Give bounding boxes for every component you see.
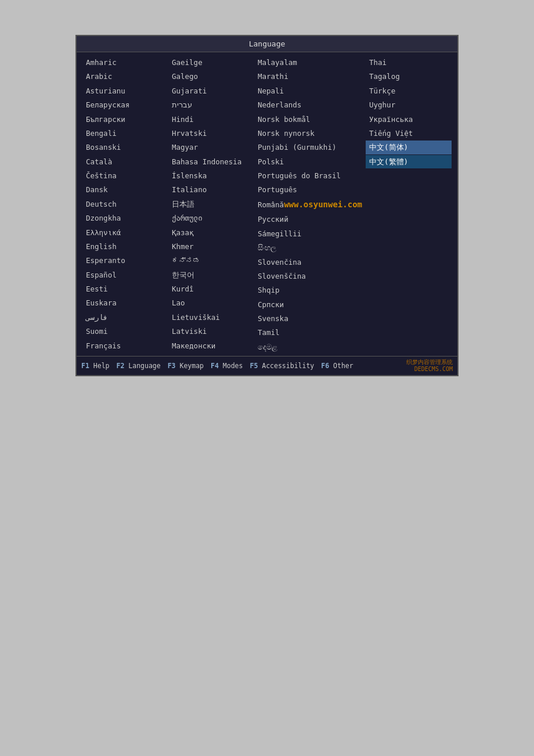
dialog-title: Language: [77, 36, 457, 52]
lang-serbian[interactable]: Српски: [254, 298, 366, 311]
lang-eesti[interactable]: Eesti: [82, 282, 168, 296]
lang-uyghur[interactable]: Uyghur: [366, 98, 452, 111]
lang-thai[interactable]: Thai: [366, 56, 452, 69]
lang-romanian[interactable]: Românăwww.osyunwei.com: [254, 197, 366, 213]
lang-kazakh[interactable]: Қазақ: [168, 226, 254, 239]
lang-tagalog[interactable]: Tagalog: [366, 70, 452, 83]
lang-lao[interactable]: Lao: [168, 296, 254, 309]
lang-dzongkha[interactable]: Dzongkha: [82, 211, 168, 225]
f5-label: Accessibility: [262, 362, 314, 370]
lang-islenska[interactable]: Íslenska: [168, 169, 254, 182]
lang-dutch[interactable]: Nederlands: [254, 98, 366, 111]
lang-gujarati[interactable]: Gujarati: [168, 84, 254, 98]
footer-watermark: 织梦内容管理系统 DEDECMS.COM: [406, 359, 453, 373]
lang-nepali[interactable]: Nepali: [254, 84, 366, 98]
lang-malayalam[interactable]: Malayalam: [254, 56, 366, 69]
lang-turkish[interactable]: Türkçe: [366, 84, 452, 98]
lang-sami[interactable]: Sámegillii: [254, 227, 366, 240]
lang-zh-tw[interactable]: 中文(繁體): [366, 155, 452, 168]
lang-pt-br[interactable]: Português do Brasil: [254, 169, 366, 182]
f2-key: F2: [117, 362, 125, 370]
lang-english[interactable]: English: [82, 240, 168, 253]
lang-greek[interactable]: Ελληνικά: [82, 226, 168, 239]
language-grid: Amharic Arabic Asturianu Беларуская Бълг…: [82, 56, 452, 354]
lang-italiano[interactable]: Italiano: [168, 183, 254, 196]
f3-label: Keymap: [179, 362, 204, 370]
lang-vietnamese[interactable]: Tiếng Việt: [366, 127, 452, 140]
lang-lithuanian[interactable]: Lietuviškai: [168, 311, 254, 324]
lang-cestina[interactable]: Čeština: [82, 169, 168, 182]
lang-asturianu[interactable]: Asturianu: [82, 84, 168, 98]
lang-dansk[interactable]: Dansk: [82, 183, 168, 196]
lang-punjabi[interactable]: Punjabi (Gurmukhi): [254, 141, 366, 154]
lang-swedish[interactable]: Svenska: [254, 312, 366, 325]
lang-col-3: Malayalam Marathi Nepali Nederlands Nors…: [254, 56, 366, 354]
lang-gaeilge[interactable]: Gaeilge: [168, 56, 254, 69]
f5-key: F5: [250, 362, 258, 370]
lang-col-2: Gaeilge Galego Gujarati עברית Hindi Hrva…: [168, 56, 254, 354]
lang-georgian[interactable]: ქართული: [168, 211, 254, 225]
lang-amharic[interactable]: Amharic: [82, 56, 168, 69]
lang-zh-cn[interactable]: 中文(简体): [366, 141, 452, 154]
lang-indonesian[interactable]: Bahasa Indonesia: [168, 155, 254, 168]
lang-nn[interactable]: Norsk nynorsk: [254, 127, 366, 140]
footer-f4[interactable]: F4 Modes: [211, 362, 243, 370]
lang-polish[interactable]: Polski: [254, 155, 366, 168]
lang-russian[interactable]: Русский: [254, 213, 366, 226]
lang-portuguese[interactable]: Português: [254, 183, 366, 196]
lang-col-4: Thai Tagalog Türkçe Uyghur Українська Ti…: [366, 56, 452, 354]
lang-sinhala[interactable]: සිංහල: [254, 241, 366, 254]
lang-bulgarian[interactable]: Български: [82, 113, 168, 126]
lang-latvian[interactable]: Latviski: [168, 325, 254, 338]
footer-f6[interactable]: F6 Other: [321, 362, 353, 370]
lang-magyar[interactable]: Magyar: [168, 141, 254, 154]
lang-kurdi[interactable]: Kurdî: [168, 282, 254, 296]
lang-korean[interactable]: 한국어: [168, 268, 254, 282]
lang-albanian[interactable]: Shqip: [254, 283, 366, 297]
lang-deutsch[interactable]: Deutsch: [82, 197, 168, 211]
f2-label: Language: [128, 362, 160, 370]
footer-f5[interactable]: F5 Accessibility: [250, 362, 314, 370]
lang-slovenian[interactable]: Slovenščina: [254, 269, 366, 283]
lang-catala[interactable]: Català: [82, 155, 168, 168]
lang-galego[interactable]: Galego: [168, 70, 254, 83]
f6-label: Other: [333, 362, 353, 370]
footer-f2[interactable]: F2 Language: [117, 362, 161, 370]
lang-francais[interactable]: Français: [82, 339, 168, 352]
lang-espanol[interactable]: Español: [82, 268, 168, 282]
footer-f1[interactable]: F1 Help: [81, 362, 110, 370]
lang-slovak[interactable]: Slovenčina: [254, 255, 366, 269]
language-dialog: Language Amharic Arabic Asturianu Белару…: [75, 35, 459, 376]
lang-euskara[interactable]: Euskara: [82, 296, 168, 309]
lang-suomi[interactable]: Suomi: [82, 325, 168, 338]
watermark-text: www.osyunwei.com: [284, 199, 362, 211]
lang-marathi[interactable]: Marathi: [254, 70, 366, 83]
lang-bosanski[interactable]: Bosanski: [82, 141, 168, 154]
f3-key: F3: [168, 362, 176, 370]
f4-key: F4: [211, 362, 219, 370]
lang-bengali[interactable]: Bengali: [82, 127, 168, 140]
lang-hebrew[interactable]: עברית: [168, 98, 254, 111]
lang-japanese[interactable]: 日本語: [168, 197, 254, 211]
lang-tamil2[interactable]: දෙමළ: [254, 340, 366, 354]
f6-key: F6: [321, 362, 329, 370]
f1-label: Help: [93, 362, 110, 370]
lang-khmer[interactable]: Khmer: [168, 240, 254, 253]
lang-nb[interactable]: Norsk bokmål: [254, 113, 366, 126]
lang-arabic[interactable]: Arabic: [82, 70, 168, 83]
footer-bar: F1 Help F2 Language F3 Keymap F4 Modes F…: [77, 356, 457, 375]
lang-kannada[interactable]: ಕನ್ನಡ: [168, 254, 254, 267]
lang-belarusian[interactable]: Беларуская: [82, 98, 168, 111]
dialog-body: Amharic Arabic Asturianu Беларуская Бълг…: [77, 52, 457, 356]
lang-tamil[interactable]: Tamil: [254, 326, 366, 339]
lang-hindi[interactable]: Hindi: [168, 113, 254, 126]
f1-key: F1: [81, 362, 89, 370]
lang-farsi[interactable]: فارسی: [82, 311, 168, 324]
f4-label: Modes: [223, 362, 243, 370]
footer-f3[interactable]: F3 Keymap: [168, 362, 204, 370]
lang-col-1: Amharic Arabic Asturianu Беларуская Бълг…: [82, 56, 168, 354]
lang-esperanto[interactable]: Esperanto: [82, 254, 168, 267]
lang-macedonian[interactable]: Македонски: [168, 339, 254, 352]
lang-ukrainian[interactable]: Українська: [366, 113, 452, 126]
lang-hrvatski[interactable]: Hrvatski: [168, 127, 254, 140]
